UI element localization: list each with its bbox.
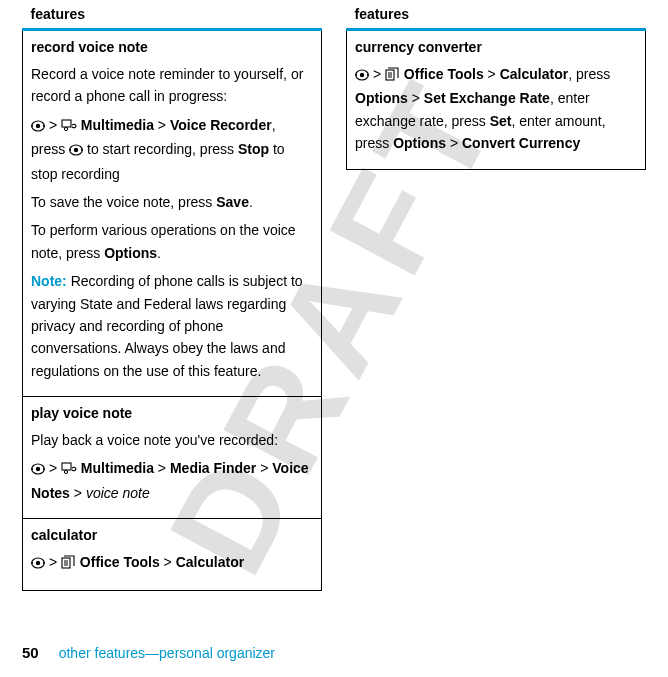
right-column: features currency converter > Office Too…	[346, 4, 646, 591]
text: To perform various operations on the voi…	[31, 222, 296, 260]
text: , press	[568, 66, 610, 82]
options-label: Options	[393, 135, 446, 151]
svg-point-12	[31, 469, 33, 471]
cell-play-voice-note: play voice note Play back a voice note y…	[23, 397, 322, 519]
gt: >	[160, 554, 176, 570]
text: To save the voice note, press	[31, 194, 216, 210]
nav-path: > Multimedia > Media Finder > Voice Note…	[31, 457, 313, 504]
gt: >	[369, 66, 385, 82]
text: to start recording, press	[83, 141, 238, 157]
center-key-icon	[31, 459, 45, 481]
table-header: features	[23, 4, 322, 30]
svg-point-26	[355, 74, 357, 76]
left-column: features record voice note Record a voic…	[22, 4, 322, 591]
paragraph: Record a voice note reminder to yourself…	[31, 63, 313, 108]
table-header: features	[347, 4, 646, 30]
svg-point-5	[64, 127, 67, 130]
office-tools-label: Office Tools	[404, 66, 484, 82]
paragraph: Play back a voice note you've recorded:	[31, 429, 313, 451]
gt: >	[45, 117, 61, 133]
gt: >	[70, 485, 86, 501]
svg-point-17	[36, 561, 40, 565]
text: .	[157, 245, 161, 261]
multimedia-label: Multimedia	[81, 460, 154, 476]
features-table-right: features currency converter > Office Too…	[346, 4, 646, 170]
convert-currency-label: Convert Currency	[462, 135, 580, 151]
save-label: Save	[216, 194, 249, 210]
nav-path: > Office Tools > Calculator, press Optio…	[355, 63, 637, 155]
cell-calculator: calculator > Office Tools > Calculator	[23, 519, 322, 590]
page-number: 50	[22, 644, 39, 661]
office-tools-label: Office Tools	[80, 554, 160, 570]
svg-rect-14	[62, 463, 71, 470]
svg-point-7	[74, 148, 78, 152]
svg-point-11	[36, 467, 40, 471]
paragraph: To perform various operations on the voi…	[31, 219, 313, 264]
gt: >	[484, 66, 500, 82]
center-key-icon	[355, 65, 369, 87]
center-key-icon	[31, 116, 45, 138]
cell-currency-converter: currency converter > Office Tools > Calc…	[347, 30, 646, 170]
office-tools-icon	[385, 65, 400, 87]
set-label: Set	[490, 113, 512, 129]
set-exchange-rate-label: Set Exchange Rate	[424, 90, 550, 106]
gt: >	[446, 135, 462, 151]
svg-point-18	[31, 562, 33, 564]
footer-section-title: other features—personal organizer	[59, 645, 275, 661]
gt: >	[45, 554, 61, 570]
voice-note-placeholder: voice note	[86, 485, 150, 501]
options-label: Options	[104, 245, 157, 261]
office-tools-icon	[61, 553, 76, 575]
svg-point-15	[64, 471, 67, 474]
section-title: record voice note	[31, 39, 313, 55]
nav-path: > Office Tools > Calculator	[31, 551, 313, 575]
note-label: Note:	[31, 273, 67, 289]
text: .	[249, 194, 253, 210]
page-footer: 50 other features—personal organizer	[22, 644, 275, 661]
multimedia-icon	[61, 459, 77, 481]
paragraph: To save the voice note, press Save.	[31, 191, 313, 213]
gt: >	[256, 460, 272, 476]
section-title: currency converter	[355, 39, 637, 55]
calculator-label: Calculator	[500, 66, 568, 82]
note-paragraph: Note: Recording of phone calls is subjec…	[31, 270, 313, 382]
section-title: play voice note	[31, 405, 313, 421]
gt: >	[408, 90, 424, 106]
columns: features record voice note Record a voic…	[22, 4, 646, 591]
note-text: Recording of phone calls is subject to v…	[31, 273, 303, 379]
voice-recorder-label: Voice Recorder	[170, 117, 272, 133]
multimedia-icon	[61, 116, 77, 138]
calculator-label: Calculator	[176, 554, 244, 570]
svg-rect-4	[62, 120, 71, 127]
features-table-left: features record voice note Record a voic…	[22, 4, 322, 591]
svg-point-1	[36, 124, 40, 128]
svg-point-2	[31, 125, 33, 127]
stop-label: Stop	[238, 141, 269, 157]
gt: >	[154, 460, 170, 476]
svg-point-8	[69, 149, 71, 151]
section-title: calculator	[31, 527, 313, 543]
gt: >	[154, 117, 170, 133]
center-key-icon	[31, 553, 45, 575]
cell-record-voice-note: record voice note Record a voice note re…	[23, 30, 322, 397]
svg-point-25	[360, 73, 364, 77]
multimedia-label: Multimedia	[81, 117, 154, 133]
gt: >	[45, 460, 61, 476]
media-finder-label: Media Finder	[170, 460, 256, 476]
center-key-icon	[69, 140, 83, 162]
options-label: Options	[355, 90, 408, 106]
nav-path: > Multimedia > Voice Recorder, press to …	[31, 114, 313, 185]
